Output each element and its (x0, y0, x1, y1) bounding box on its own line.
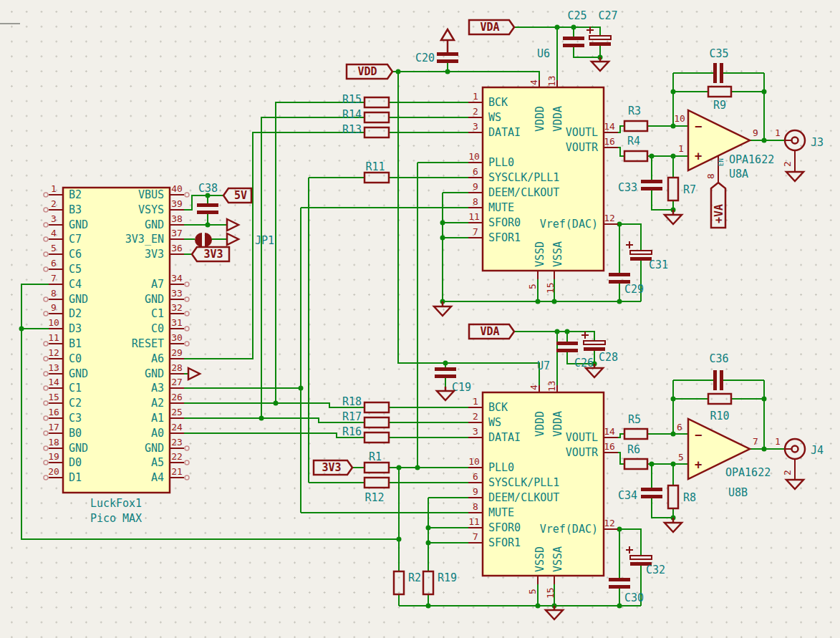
power-label-5v[interactable]: 5V (223, 188, 251, 203)
pin-name: A1 (151, 412, 164, 425)
pin-number: 36 (171, 243, 183, 253)
capacitor-c35[interactable]: C35 (709, 47, 728, 83)
pin-name: C0 (151, 322, 164, 335)
resistor-r9[interactable]: R9 (708, 87, 731, 112)
pin-name: VSSA (551, 546, 564, 572)
pin-name: GND (145, 367, 164, 380)
capacitor-ref: C35 (709, 47, 728, 60)
power-label-text: 5V (234, 189, 247, 202)
pin-name: SFOR0 (488, 216, 521, 229)
power-flag-icon[interactable] (441, 29, 454, 52)
pin-name: VOUTR (566, 141, 599, 154)
pin-name: VOUTL (566, 431, 598, 444)
resistor-ref: R10 (710, 410, 729, 422)
resistor-ref: R2 (408, 571, 421, 584)
pin-name: BCK (488, 401, 508, 414)
pin-name: WS (488, 111, 501, 124)
pin-number: 32 (171, 302, 183, 313)
capacitor-c29[interactable]: C29 (609, 273, 644, 296)
pin-number: 2 (782, 470, 793, 475)
pin-number: 6 (473, 471, 478, 482)
resistor-ref: R11 (365, 160, 385, 173)
connector-j4[interactable]: 1 2 J4 (775, 436, 824, 480)
pin-name: 3V3 (145, 248, 164, 261)
resistor-r2[interactable]: R2 (394, 571, 421, 594)
capacitor-c20[interactable]: C20 (415, 52, 458, 64)
dac-u6[interactable]: 1 2 3 10 6 9 8 11 7 BCK WS DATAI PLL0 SY… (468, 47, 618, 294)
pin-number: 16 (48, 407, 59, 417)
power-label-vda-top[interactable]: VDA (469, 20, 514, 34)
pin-number: 7 (753, 436, 758, 447)
pin-number: 8 (705, 173, 716, 179)
pin-name: SFOR1 (488, 231, 521, 244)
schematic-canvas: 1 2 3 4 5 6 7 8 9 10 11 12 13 14 15 16 1… (0, 0, 840, 638)
resistor-r4[interactable]: R4 (624, 135, 647, 161)
connector-j3[interactable]: 1 2 J3 (775, 127, 824, 172)
resistor-ref: R1 (369, 450, 382, 463)
resistor-r13[interactable]: R13 (342, 123, 389, 137)
resistor-r5[interactable]: R5 (624, 413, 647, 439)
capacitor-ref: C19 (452, 381, 471, 394)
pin-name: GND (145, 442, 164, 455)
pin-number: 17 (48, 422, 59, 432)
capacitor-c26[interactable]: C26 (556, 342, 594, 369)
pin-number: 39 (171, 198, 183, 209)
resistor-r3[interactable]: R3 (624, 105, 647, 131)
resistor-r8[interactable]: R8 (668, 485, 696, 508)
pin-number: 8 (473, 196, 478, 207)
plus-input-sign: + (695, 458, 702, 472)
pin-name: PLL0 (488, 461, 514, 474)
dac-u7[interactable]: 1 2 3 10 6 9 8 11 7 BCK WS DATAI PLL0 SY… (468, 359, 618, 599)
luckfox-mcu[interactable]: 1 2 3 4 5 6 7 8 9 10 11 12 13 14 15 16 1… (44, 183, 189, 525)
pin-name: VSSA (551, 241, 564, 267)
jumper-jp1[interactable]: JP1 (195, 233, 274, 247)
resistor-r14[interactable]: R14 (342, 108, 389, 122)
pin-name: DATAI (488, 431, 521, 444)
connector-ref: J3 (811, 136, 824, 149)
pin-number: 1 (473, 396, 478, 407)
pin-name: A5 (151, 456, 164, 469)
capacitor-c34[interactable]: C34 (618, 488, 662, 502)
pin-number: 12 (48, 347, 59, 358)
opamp-u8b[interactable]: − + 6 5 7 OPA1622 U8B (677, 419, 771, 499)
capacitor-c19[interactable]: C19 (435, 367, 471, 394)
pin-name: B0 (69, 427, 82, 440)
pin-number: 12 (604, 213, 615, 223)
dac-ref: U7 (537, 359, 550, 372)
pin-number: 25 (171, 407, 183, 417)
resistor-r1[interactable]: R1 (365, 450, 389, 473)
minus-input-sign: − (695, 119, 702, 133)
pin-number: 1 (775, 127, 781, 138)
resistor-r6[interactable]: R6 (624, 443, 647, 469)
pin-number: 37 (171, 228, 183, 238)
resistor-r7[interactable]: R7 (668, 178, 696, 200)
power-label-3v3-r1[interactable]: 3V3 (314, 460, 352, 475)
capacitor-c33[interactable]: C33 (618, 180, 662, 194)
capacitor-c31[interactable]: C31 (626, 241, 668, 271)
en-pin-name: EN (718, 158, 725, 166)
power-label-3v3-pin36[interactable]: 3V3 (192, 247, 229, 261)
resistor-r12[interactable]: R12 (365, 478, 389, 504)
pin-name: 3V3_EN (125, 233, 164, 246)
power-label-vda-mid[interactable]: VDA (469, 324, 514, 339)
resistor-r19[interactable]: R19 (423, 571, 457, 594)
power-label-text: 3V3 (322, 461, 341, 474)
pin-name: Vref(DAC) (540, 523, 598, 536)
resistor-r10[interactable]: R10 (708, 394, 731, 422)
pin-name: Vref(DAC) (540, 218, 598, 231)
pin-number: 11 (48, 332, 59, 343)
resistor-r11[interactable]: R11 (365, 160, 389, 183)
power-label-plus-va[interactable]: +VA (711, 183, 725, 228)
opamp-u8a[interactable]: − + 10 1 9 8 EN OPA1622 U8A (674, 110, 774, 183)
capacitor-c30[interactable]: C30 (609, 578, 644, 604)
pin-number: 1 (775, 436, 781, 447)
pin-number: 13 (48, 362, 59, 373)
pin-number: 15 (545, 587, 556, 599)
power-label-vdd[interactable]: VDD (347, 64, 392, 79)
pin-number: 23 (171, 437, 183, 448)
capacitor-c32[interactable]: C32 (626, 546, 665, 576)
capacitor-c36[interactable]: C36 (709, 352, 728, 390)
resistor-ref: R14 (342, 108, 362, 121)
resistor-r15[interactable]: R15 (342, 93, 389, 107)
pin-name: DEEM/CLKOUT (488, 186, 559, 199)
